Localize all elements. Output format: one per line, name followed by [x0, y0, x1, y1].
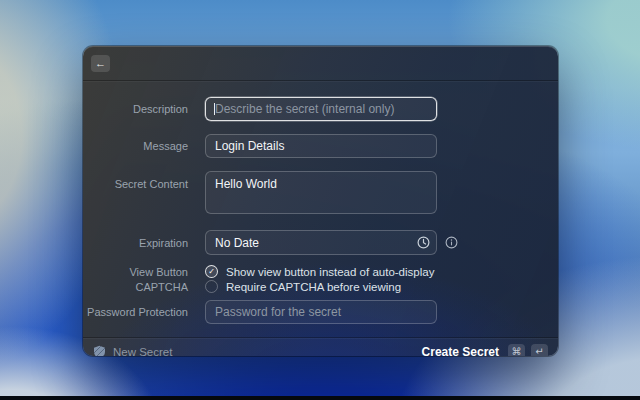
expiration-value: No Date [215, 236, 259, 250]
shield-icon [93, 345, 106, 357]
expiration-label: Expiration [83, 237, 205, 249]
message-label: Message [83, 140, 205, 152]
captcha-row: CAPTCHA Require CAPTCHA before viewing [83, 280, 558, 293]
window-footer: New Secret Create Secret ⌘ ↵ [83, 337, 558, 356]
secret-content-row: Secret Content Hello World [83, 171, 558, 218]
create-secret-button[interactable]: Create Secret ⌘ ↵ [422, 344, 548, 357]
expiration-select[interactable]: No Date [205, 230, 437, 255]
description-label: Description [83, 103, 205, 115]
view-button-row: View Button ✓ Show view button instead o… [83, 265, 558, 278]
new-secret-window: ← Description Message Secret Content Hel… [83, 46, 558, 356]
message-row: Message [83, 134, 558, 158]
info-icon[interactable] [445, 236, 458, 249]
checkbox-unchecked-icon [205, 280, 218, 293]
captcha-label: CAPTCHA [83, 281, 205, 293]
clock-icon [417, 236, 430, 249]
captcha-option-label: Require CAPTCHA before viewing [226, 281, 401, 293]
back-button[interactable]: ← [91, 55, 110, 72]
view-button-label: View Button [83, 266, 205, 278]
return-key-icon: ↵ [531, 344, 548, 357]
text-caret [214, 103, 215, 115]
password-row: Password Protection [83, 300, 558, 324]
command-key-icon: ⌘ [508, 344, 525, 357]
view-button-option-label: Show view button instead of auto-display [226, 266, 434, 278]
create-secret-label: Create Secret [422, 345, 499, 357]
secret-form: Description Message Secret Content Hello… [83, 81, 558, 337]
description-input[interactable] [205, 97, 437, 121]
secret-content-label: Secret Content [83, 171, 205, 190]
checkbox-checked-icon: ✓ [205, 265, 218, 278]
description-row: Description [83, 97, 558, 121]
footer-context-label: New Secret [113, 346, 172, 357]
screen-bottom-strip [0, 396, 640, 400]
expiration-row: Expiration No Date [83, 230, 558, 255]
password-input[interactable] [205, 300, 437, 324]
captcha-checkbox[interactable]: Require CAPTCHA before viewing [205, 280, 401, 293]
view-button-checkbox[interactable]: ✓ Show view button instead of auto-displ… [205, 265, 434, 278]
password-label: Password Protection [83, 306, 205, 318]
message-input[interactable] [205, 134, 437, 158]
window-header: ← [83, 46, 558, 81]
secret-content-textarea[interactable]: Hello World [205, 171, 437, 214]
